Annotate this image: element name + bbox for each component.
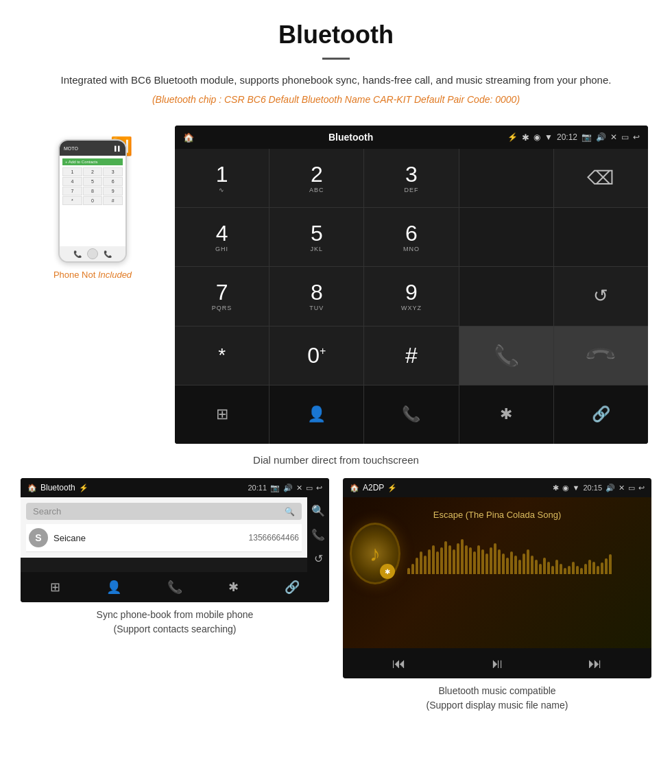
viz-bar-47 <box>601 562 603 574</box>
dial-bnav-recent[interactable]: 📞 <box>364 385 458 444</box>
dial-status-bar: 🏠 Bluetooth ⚡ ✱ ◉ ▼ 20:12 📷 🔊 ✕ ▭ ↩ <box>175 126 648 149</box>
dial-call-button[interactable]: 📞 <box>459 326 553 385</box>
music-next-button[interactable]: ⏭ <box>588 656 602 672</box>
dial-key-1[interactable]: 1 ∿ <box>175 149 269 207</box>
music-album-art: ♪ ✱ <box>350 523 400 584</box>
contacts-nav-icon: 👤 <box>307 405 326 423</box>
music-card: 🏠 A2DP ⚡ ✱ ◉ ▼ 20:15 🔊 ✕ ▭ ↩ Es <box>343 478 651 713</box>
music-sig-icon: ▼ <box>573 484 580 492</box>
dial-key-hash[interactable]: # <box>364 326 458 385</box>
viz-bar-42 <box>580 568 583 574</box>
music-visualizer <box>407 533 645 574</box>
key-9-num: 9 <box>405 281 418 303</box>
pb-bnav-bt[interactable]: ✱ <box>228 580 239 595</box>
phone-key-7[interactable]: 7 <box>62 187 82 195</box>
pb-status-bar: 🏠 Bluetooth ⚡ 20:11 📷 🔊 ✕ ▭ ↩ <box>21 478 329 497</box>
recent-calls-nav-icon: 📞 <box>402 405 420 423</box>
viz-bar-0 <box>407 568 410 574</box>
dial-bnav-contacts[interactable]: 👤 <box>269 385 363 444</box>
title-divider <box>322 58 350 60</box>
music-bt-icon: ✱ <box>553 484 559 492</box>
phone-key-4[interactable]: 4 <box>62 177 82 186</box>
viz-bar-48 <box>605 558 608 574</box>
pb-usb-icon: ⚡ <box>79 484 88 492</box>
dial-key-6[interactable]: 6 MNO <box>364 208 458 266</box>
dial-key-0[interactable]: 0+ <box>269 326 363 385</box>
viz-bar-35 <box>551 566 554 574</box>
phone-key-2[interactable]: 2 <box>83 167 103 176</box>
phone-key-3[interactable]: 3 <box>103 167 123 176</box>
dial-key-2[interactable]: 2 ABC <box>269 149 363 207</box>
dial-bnav-link[interactable]: 🔗 <box>554 385 648 444</box>
music-app-name: A2DP <box>363 483 384 492</box>
dial-bnav-keypad[interactable]: ⊞ <box>175 385 269 444</box>
music-note-icon: ♪ <box>370 541 381 567</box>
phone-key-star[interactable]: * <box>62 196 82 205</box>
viz-bar-8 <box>440 547 443 574</box>
dial-key-3[interactable]: 3 DEF <box>364 149 458 207</box>
pb-contact-avatar-s: S <box>29 528 48 547</box>
pb-bnav-contacts[interactable]: 👤 <box>106 580 121 595</box>
dial-grid: 1 ∿ 2 ABC 3 DEF ⌫ 4 GHI 5 JKL <box>175 149 648 444</box>
dial-empty-4 <box>459 267 553 325</box>
music-win-icon: ▭ <box>628 484 635 492</box>
music-playpause-button[interactable]: ⏯ <box>490 656 504 672</box>
pb-contact-row-seicane[interactable]: S Seicane 13566664466 <box>26 524 302 552</box>
music-prev-button[interactable]: ⏮ <box>392 656 406 672</box>
key-2-num: 2 <box>311 163 323 185</box>
dial-empty-2 <box>459 208 553 266</box>
pb-search-bar[interactable]: Search 🔍 <box>26 503 302 520</box>
key-4-num: 4 <box>216 222 228 244</box>
usb-icon: ⚡ <box>507 132 518 142</box>
pb-bnav-grid[interactable]: ⊞ <box>50 580 60 595</box>
viz-bar-40 <box>572 562 575 574</box>
pb-camera-icon: 📷 <box>270 484 280 492</box>
dial-screen: 🏠 Bluetooth ⚡ ✱ ◉ ▼ 20:12 📷 🔊 ✕ ▭ ↩ 1 ∿ <box>175 126 648 444</box>
viz-bar-24 <box>506 558 509 574</box>
pb-bnav-phone[interactable]: 📞 <box>167 580 182 595</box>
dial-key-8[interactable]: 8 TUV <box>269 267 363 325</box>
music-content-area: Escape (The Pina Colada Song) ♪ ✱ <box>343 497 651 648</box>
dial-backspace[interactable]: ⌫ <box>554 149 648 207</box>
dial-key-star[interactable]: * <box>175 326 269 385</box>
pb-content-area: Search 🔍 S Seicane 13566664466 <box>21 497 307 572</box>
phone-key-1[interactable]: 1 <box>62 167 82 176</box>
phone-key-6[interactable]: 6 <box>103 177 123 186</box>
dial-bnav-bluetooth[interactable]: ✱ <box>459 385 553 444</box>
viz-bar-41 <box>576 566 579 574</box>
key-2-sub: ABC <box>309 187 324 193</box>
phone-bottom-bar: 📞 📞 <box>60 246 125 261</box>
phone-key-8[interactable]: 8 <box>83 187 103 195</box>
viz-bar-27 <box>518 560 521 574</box>
key-1-num: 1 <box>216 163 228 185</box>
dial-redial[interactable]: ↺ <box>554 267 648 325</box>
phone-container: 📶 MOTO ▌▌ + Add to Contacts 1 2 3 4 5 <box>58 139 127 263</box>
music-screenshot: 🏠 A2DP ⚡ ✱ ◉ ▼ 20:15 🔊 ✕ ▭ ↩ Es <box>343 478 651 678</box>
dial-key-7[interactable]: 7 PQRS <box>175 267 269 325</box>
viz-bar-5 <box>428 549 431 574</box>
key-8-sub: TUV <box>309 305 324 311</box>
viz-bar-12 <box>457 543 459 574</box>
viz-bar-26 <box>514 556 517 574</box>
phone-image: MOTO ▌▌ + Add to Contacts 1 2 3 4 5 6 7 <box>58 139 127 263</box>
pb-win-icon: ▭ <box>306 484 313 492</box>
dial-end-button[interactable]: 📞 <box>554 326 648 385</box>
key-0-num: 0+ <box>307 344 326 366</box>
bluetooth-nav-icon: ✱ <box>500 405 512 423</box>
music-home-icon: 🏠 <box>350 484 359 492</box>
phone-key-hash[interactable]: # <box>103 196 123 205</box>
phone-key-5[interactable]: 5 <box>83 177 103 186</box>
music-status-left: 🏠 A2DP ⚡ <box>350 483 397 492</box>
phone-key-9[interactable]: 9 <box>103 187 123 195</box>
pb-right-side-icons: 🔍 📞 ↺ <box>307 497 329 572</box>
dial-key-4[interactable]: 4 GHI <box>175 208 269 266</box>
dial-key-9[interactable]: 9 WXYZ <box>364 267 458 325</box>
phone-key-0[interactable]: 0 <box>83 196 103 205</box>
viz-bar-7 <box>436 551 439 574</box>
viz-bar-11 <box>453 549 455 574</box>
phone-top-bar: MOTO ▌▌ <box>60 141 125 156</box>
pb-bottom-nav: ⊞ 👤 📞 ✱ 🔗 <box>21 572 329 602</box>
dial-key-5[interactable]: 5 JKL <box>269 208 363 266</box>
pb-bnav-link[interactable]: 🔗 <box>285 580 300 595</box>
viz-bar-2 <box>416 558 418 574</box>
